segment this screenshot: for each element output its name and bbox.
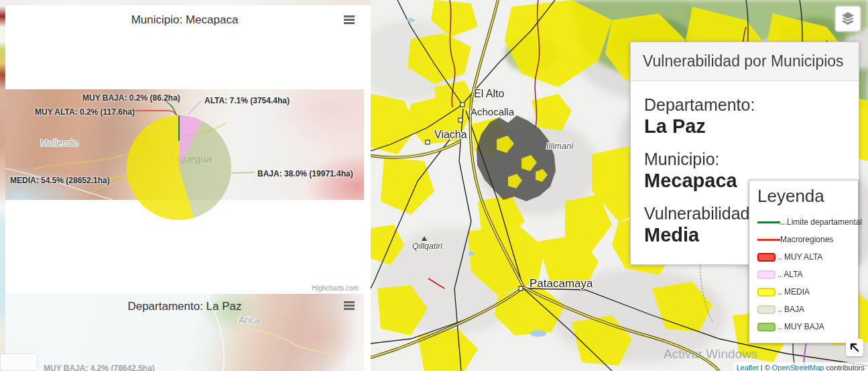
map-attribution: Leaflet | © OpenStreetMap contributors bbox=[733, 362, 868, 371]
map-label-achocalla: Achocalla bbox=[471, 106, 514, 117]
map-legend: Leyenda ...Limite departamental Macroreg… bbox=[749, 180, 859, 343]
basemap-label-arica: Arica bbox=[239, 315, 260, 325]
windows-activation-watermark: Activar Windows bbox=[664, 347, 757, 362]
osm-link[interactable]: OpenStreetMap bbox=[772, 364, 824, 371]
vulnerability-pie-chart[interactable] bbox=[127, 115, 231, 220]
legend-item-media: .. MEDIA bbox=[757, 283, 850, 301]
departamento-chart-panel: Departamento: La Paz Arica MUY BAJA: 4.2… bbox=[5, 294, 364, 371]
legend-item-muy-baja: .. MUY BAJA bbox=[757, 318, 850, 335]
municipality-label: Municipio: bbox=[644, 149, 845, 169]
legend-item-macroregiones: Macroregiones bbox=[757, 231, 850, 248]
red-line-symbol bbox=[757, 239, 780, 241]
legend-item-alta: .. ALTA bbox=[757, 266, 850, 283]
pie-label-partial: MUY BAJA: 4.2% (78642.5ha) bbox=[44, 364, 155, 371]
highcharts-credits-link[interactable]: Highcharts.com bbox=[312, 284, 359, 292]
layers-icon bbox=[839, 10, 857, 28]
pie-label-alta: ALTA: 7.1% (3754.4ha) bbox=[204, 96, 290, 105]
map-label-qillqatiri: Qillqatiri bbox=[412, 242, 442, 251]
pie-label-muy-alta: MUY ALTA: 0.2% (117.6ha) bbox=[35, 107, 135, 117]
map-label-viacha: Viacha bbox=[434, 129, 467, 141]
basemap-label-mollendo: Mollendo bbox=[40, 138, 78, 148]
leaflet-map[interactable]: El Alto Achocalla Viacha Illimani Qillqa… bbox=[371, 0, 868, 371]
charts-column: Municipio: Mecapaca Mollendo Moquegua MU bbox=[0, 0, 371, 371]
legend-title: Leyenda bbox=[757, 186, 850, 207]
background-map-edge-top bbox=[0, 0, 371, 5]
departamento-chart-title: Departamento: La Paz bbox=[5, 300, 364, 313]
department-label: Departamento: bbox=[644, 95, 845, 115]
arrow-up-left-icon bbox=[849, 342, 860, 353]
pie-label-muy-baja: MUY BAJA: 0.2% (86.2ha) bbox=[82, 93, 180, 103]
pie-label-media: MEDIA: 54.5% (28652.1ha) bbox=[10, 176, 110, 185]
layers-control[interactable] bbox=[834, 5, 861, 32]
media-swatch bbox=[757, 288, 776, 297]
legend-item-limite: ...Limite departamental bbox=[757, 213, 850, 231]
map-label-patacamaya: Patacamaya bbox=[530, 277, 593, 290]
collapse-legend-control[interactable] bbox=[846, 339, 863, 356]
green-line-symbol bbox=[757, 221, 780, 223]
leaflet-link[interactable]: Leaflet bbox=[737, 364, 759, 371]
legend-item-muy-alta: .. MUY ALTA bbox=[757, 248, 850, 266]
baja-swatch bbox=[757, 305, 776, 314]
info-panel-header: Vulnerabilidad por Municipios bbox=[631, 42, 859, 81]
pie-label-baja: BAJA: 38.0% (19971.4ha) bbox=[257, 169, 353, 178]
alta-swatch bbox=[757, 270, 776, 279]
chart-context-menu-icon[interactable] bbox=[341, 14, 357, 29]
department-value: La Paz bbox=[644, 115, 845, 138]
legend-item-baja: .. BAJA bbox=[757, 301, 850, 318]
muy-baja-swatch bbox=[757, 323, 776, 331]
map-control-box[interactable] bbox=[0, 354, 38, 371]
municipio-chart-panel: Municipio: Mecapaca Mollendo Moquegua MU bbox=[5, 5, 364, 294]
map-label-el-alto: El Alto bbox=[474, 88, 504, 100]
map-label-illimani: Illimani bbox=[546, 141, 573, 151]
municipio-chart-title: Municipio: Mecapaca bbox=[5, 13, 364, 27]
background-map-edge-left bbox=[0, 5, 5, 371]
muy-alta-swatch bbox=[757, 253, 776, 262]
chart-context-menu-icon[interactable] bbox=[341, 300, 357, 315]
app-window: Municipio: Mecapaca Mollendo Moquegua MU bbox=[0, 0, 868, 371]
